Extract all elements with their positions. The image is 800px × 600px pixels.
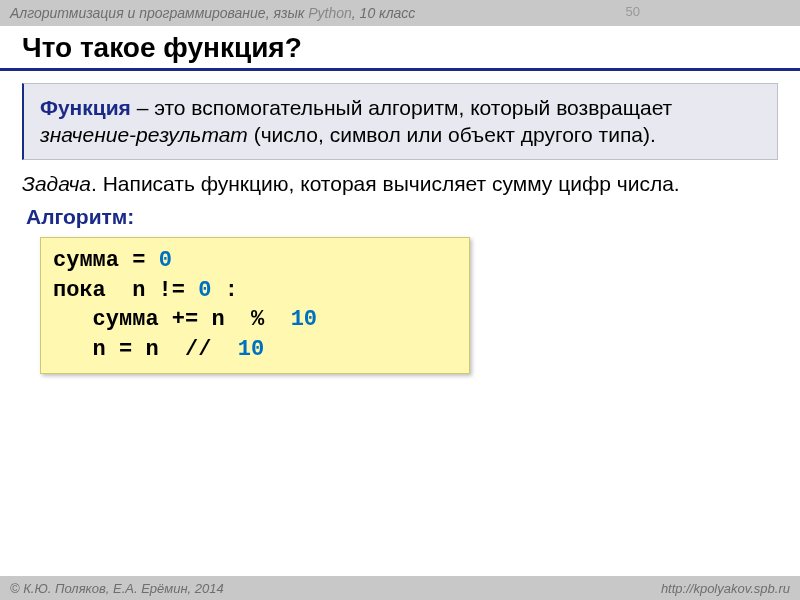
page-number: 50 [626, 4, 640, 19]
code-line-2: пока n != 0 : [53, 278, 238, 303]
code-line-3: сумма += n % 10 [53, 307, 317, 332]
course-language: Python [308, 5, 352, 21]
definition-term: Функция [40, 96, 131, 119]
slide-header: Алгоритмизация и программирование, язык … [0, 0, 800, 26]
definition-italic: значение-результат [40, 123, 248, 146]
definition-text-1: – это вспомогательный алгоритм, который … [131, 96, 672, 119]
code-line-1: сумма = 0 [53, 248, 172, 273]
course-name: Алгоритмизация и программирование, язык [10, 5, 304, 21]
task-body: . Написать функцию, которая вычисляет су… [91, 172, 680, 195]
algorithm-label: Алгоритм: [26, 205, 778, 229]
footer-url: http://kpolyakov.spb.ru [661, 581, 790, 596]
code-line-4: n = n // 10 [53, 337, 264, 362]
task-text: Задача. Написать функцию, которая вычисл… [22, 170, 778, 197]
course-title: Алгоритмизация и программирование, язык … [10, 5, 415, 21]
course-grade: , 10 класс [352, 5, 416, 21]
code-block: сумма = 0 пока n != 0 : сумма += n % 10 … [40, 237, 470, 374]
slide-title: Что такое функция? [0, 26, 800, 71]
slide-footer: © К.Ю. Поляков, Е.А. Ерёмин, 2014 http:/… [0, 576, 800, 600]
definition-box: Функция – это вспомогательный алгоритм, … [22, 83, 778, 160]
definition-text-2: (число, символ или объект другого типа). [248, 123, 656, 146]
footer-authors: © К.Ю. Поляков, Е.А. Ерёмин, 2014 [10, 581, 224, 596]
task-label: Задача [22, 172, 91, 195]
